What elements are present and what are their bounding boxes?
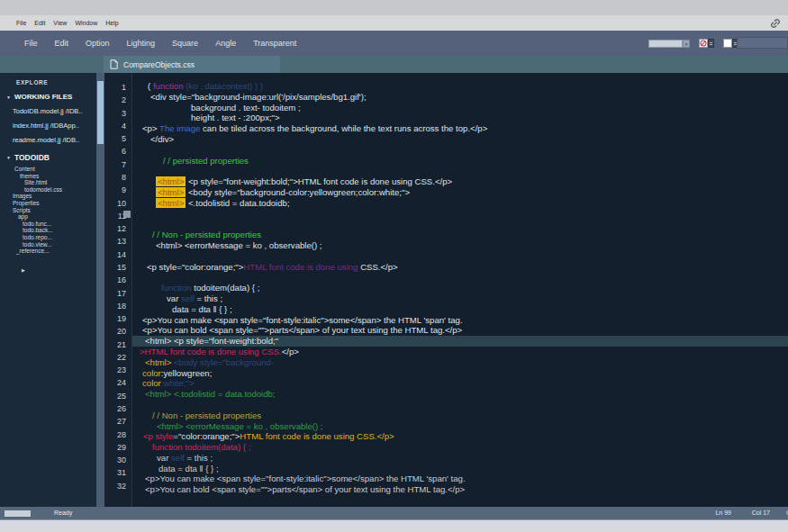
no-color-icon[interactable]	[699, 39, 708, 48]
sidebar-scrollbar[interactable]	[96, 73, 104, 507]
tree-item-todo-repo-[interactable]: todo.repo...	[0, 234, 96, 241]
toolbar-right-input[interactable]	[737, 37, 788, 49]
working-file-item[interactable]: readme.model.jj /IDB..	[13, 136, 96, 144]
code-line[interactable]: <p>You can make <span style="font-style:…	[132, 315, 788, 326]
size-dropdown[interactable]: ▾	[648, 40, 690, 48]
tree-item-images[interactable]: Images	[0, 193, 96, 200]
code-line[interactable]	[132, 166, 788, 176]
tree-item-themes[interactable]: themes	[0, 173, 96, 180]
code-line[interactable]: var self = this ;	[132, 293, 788, 304]
scrollbar-thumb[interactable]	[97, 81, 104, 144]
code-line[interactable]: <p style="color:orange;">HTML font code …	[132, 262, 788, 273]
code-line[interactable]: <html> <body style="background-color:yel…	[132, 187, 788, 198]
code-token: </p>	[282, 347, 299, 356]
line-number: 5	[104, 132, 126, 145]
code-line[interactable]: <html> <p style="font-weight:bold;"	[132, 336, 788, 347]
line-number: 32	[104, 480, 126, 492]
triangle-collapsed-icon[interactable]: ▶	[22, 267, 96, 273]
code-line[interactable]: <p> The image can be tiled across the ba…	[132, 123, 788, 134]
menubar-item-file[interactable]: File	[16, 20, 26, 26]
breakpoint-marker[interactable]	[123, 211, 131, 218]
code-token: <html>	[156, 198, 186, 208]
toolbar-item-option[interactable]: Option	[86, 39, 110, 48]
no-color-swatch[interactable]	[699, 39, 714, 48]
code-line[interactable]: function todoitem(data) { ;	[132, 283, 788, 293]
code-line[interactable]: <p>You can bold <span style="">parts</sp…	[132, 484, 788, 495]
toolbar-widgets: ▾	[648, 31, 738, 56]
line-number: 20	[104, 325, 126, 338]
menubar-item-view[interactable]: View	[53, 20, 67, 26]
working-file-item[interactable]: index.html.jj /IDBApp..	[13, 122, 96, 130]
code-line[interactable]: data = dta ‖ { } ;	[132, 464, 788, 474]
code-line[interactable]: <html> <errorMessage = ko , observable()…	[132, 240, 788, 251]
code-line[interactable]	[132, 400, 788, 410]
code-line[interactable]: <html> <p style="font-weight:bold;">HTML…	[132, 176, 788, 187]
code-line[interactable]	[132, 209, 788, 220]
code-line[interactable]: color:white;">	[132, 378, 788, 389]
code-line[interactable]: / / Non - persisted properties	[132, 230, 788, 240]
tree-item-todo-view-[interactable]: todo.view...	[0, 241, 96, 248]
tree-item-properties[interactable]: Properties	[0, 200, 96, 207]
tab-compareobjects[interactable]: CompareObjects.css	[104, 56, 280, 73]
tree-item--reference-[interactable]: _reference...	[0, 248, 96, 255]
tree-item-scripts[interactable]: Scripts	[0, 207, 96, 214]
todoidb-header[interactable]: ▼ TODOIDB	[6, 153, 96, 162]
size-dropdown-field[interactable]	[648, 40, 683, 48]
toolbar-item-lighting[interactable]: Lighting	[127, 39, 156, 48]
code-pane[interactable]: ( function (ko , datacontext) ) )<div st…	[132, 73, 788, 507]
tree-item-todo-func-[interactable]: todo.func...	[0, 221, 96, 228]
code-line[interactable]: / / persisted properties	[132, 156, 788, 167]
tree-item-app[interactable]: app	[0, 213, 96, 221]
code-line[interactable]: <html> <.todolistid = data.todoidb;	[132, 198, 788, 209]
code-line[interactable]: ( function (ko , datacontext) ) )	[132, 81, 788, 92]
tree-item-todomodel-css[interactable]: todomodel.css	[0, 186, 96, 194]
white-color-box[interactable]	[723, 39, 732, 48]
code-line[interactable]: <p style="color:orange;">HTML font code …	[132, 431, 788, 442]
toolbar-item-edit[interactable]: Edit	[55, 39, 69, 48]
toolbar-item-angle[interactable]: Angle	[215, 39, 236, 48]
code-line[interactable]	[132, 219, 788, 230]
code-line[interactable]: <p>You can bold <span style="">parts</sp…	[132, 325, 788, 336]
stepper-icon[interactable]	[708, 39, 714, 48]
code-line[interactable]: </div>	[132, 134, 788, 145]
code-token: = this ;	[185, 453, 213, 463]
todoidb-tree: ContentthemesSite.htmltodomodel.cssImage…	[0, 166, 96, 255]
code-token: function todoitem(data) { ;	[152, 442, 250, 452]
explorer-sidebar: EXPLORE ▼ WORKING FILES TodoIDB.model.jj…	[0, 73, 96, 507]
code-line[interactable]: data = dta ‖ { } ;	[132, 304, 788, 315]
code-line[interactable]: <div style="background-image:url('/pix/s…	[132, 92, 788, 103]
code-line[interactable]: background . text- todoitem ;	[132, 103, 788, 113]
code-line[interactable]: height . text - :200px;">	[132, 113, 788, 123]
menubar-item-help[interactable]: Help	[105, 20, 118, 26]
code-line[interactable]: >HTML font code is done using CSS.</p>	[132, 347, 788, 357]
main-area: EXPLORE ▼ WORKING FILES TodoIDB.model.jj…	[0, 73, 788, 507]
working-files-header[interactable]: ▼ WORKING FILES	[6, 93, 96, 101]
code-line[interactable]: <p>You can make <span style="font-style:…	[132, 473, 788, 484]
code-token: <html>	[156, 187, 186, 197]
code-token: <body style="background-	[171, 357, 274, 367]
code-line[interactable]: / / Non - persisted properties	[132, 410, 788, 421]
code-line[interactable]: <html> <errorMessage = ko , observable()…	[132, 421, 788, 432]
tree-item-todo-back-[interactable]: todo.back...	[0, 227, 96, 234]
working-file-item[interactable]: TodoIDB.model.jj /IDB..	[13, 107, 96, 115]
code-token: <body style="background-color:yellowgree…	[186, 187, 410, 197]
line-number: 28	[104, 428, 126, 441]
menubar-item-edit[interactable]: Edit	[34, 20, 45, 26]
code-line[interactable]: <html> <body style="background-	[132, 357, 788, 368]
tree-item-content[interactable]: Content	[0, 166, 96, 173]
code-line[interactable]: <html> <.todolistid = data.todoidb;	[132, 389, 788, 400]
link-icon[interactable]	[770, 18, 781, 29]
code-line[interactable]	[132, 145, 788, 156]
toolbar-item-square[interactable]: Square	[172, 39, 198, 48]
code-line[interactable]	[132, 272, 788, 283]
chevron-down-icon[interactable]: ▾	[683, 40, 690, 48]
code-line[interactable]: var self = this ;	[132, 453, 788, 464]
menubar-item-window[interactable]: Window	[75, 20, 97, 26]
code-line[interactable]	[132, 251, 788, 262]
tree-item-site-html[interactable]: Site.html	[0, 179, 96, 186]
code-line[interactable]: function todoitem(data) { ;	[132, 442, 788, 453]
code-line[interactable]: color:yellowgreen;	[132, 368, 788, 379]
toolbar-item-file[interactable]: File	[24, 39, 38, 48]
code-token: ="color:orange;">	[173, 431, 240, 441]
toolbar-item-transparent[interactable]: Transparent	[253, 39, 296, 48]
